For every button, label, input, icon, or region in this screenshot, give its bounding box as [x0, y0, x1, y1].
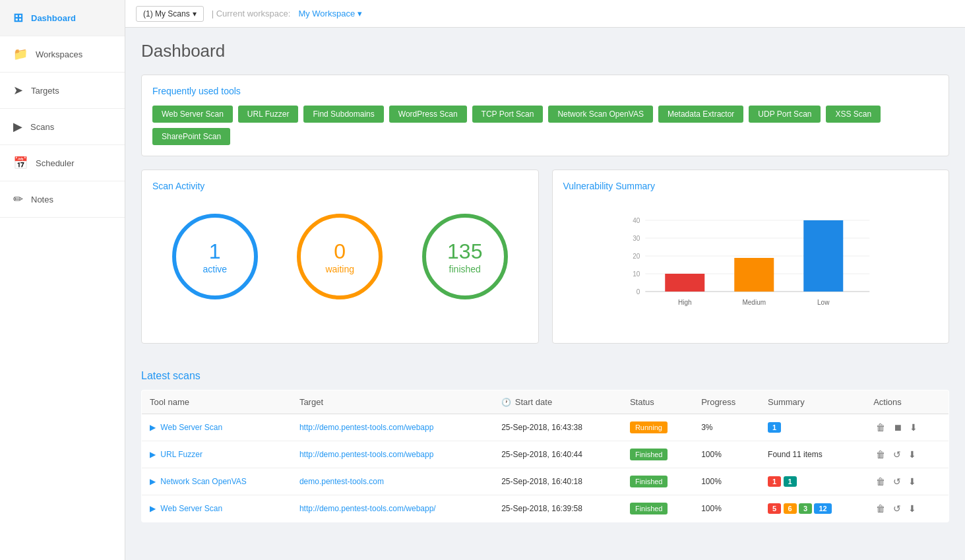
tool-link[interactable]: Web Server Scan: [160, 504, 222, 513]
target-link[interactable]: http://demo.pentest-tools.com/webapp: [299, 450, 433, 459]
tool-button-udp-port-scan[interactable]: UDP Port Scan: [749, 106, 821, 123]
status-cell: Finished: [622, 468, 693, 495]
summary-cell: Found 11 items: [760, 441, 865, 468]
tool-button-find-subdomains[interactable]: Find Subdomains: [303, 106, 383, 123]
topbar-separator: | Current workspace:: [212, 9, 291, 18]
start-date-cell: 25-Sep-2018, 16:40:44: [493, 441, 622, 468]
download-button[interactable]: ⬇: [906, 448, 919, 461]
target-cell: demo.pentest-tools.com: [292, 468, 493, 495]
waiting-count: 0: [334, 239, 346, 264]
dashboard-row: Scan Activity 1 active 0 waiting: [141, 170, 949, 357]
summary-badge: 1: [784, 476, 797, 487]
status-badge: Finished: [630, 503, 668, 514]
svg-text:40: 40: [633, 217, 640, 224]
targets-icon: ➤: [13, 83, 23, 98]
download-button[interactable]: ⬇: [907, 421, 920, 434]
tool-name: ▶ Network Scan OpenVAS: [142, 468, 292, 495]
download-button[interactable]: ⬇: [906, 502, 919, 515]
actions-cell: 🗑 ↺ ⬇: [865, 495, 949, 522]
tool-link[interactable]: Network Scan OpenVAS: [160, 477, 247, 486]
col-date: 🕐 Start date: [493, 390, 622, 414]
main-area: (1) My Scans ▾ | Current workspace: My W…: [125, 0, 965, 560]
progress-cell: 100%: [693, 495, 760, 522]
finished-count: 135: [447, 239, 482, 264]
my-scans-button[interactable]: (1) My Scans ▾: [136, 6, 204, 22]
tool-button-network-scan-openvas[interactable]: Network Scan OpenVAS: [548, 106, 653, 123]
svg-text:Medium: Medium: [742, 299, 766, 306]
table-row: ▶ Web Server Scan http://demo.pentest-to…: [142, 414, 949, 441]
col-actions: Actions: [865, 390, 949, 414]
tool-button-xss-scan[interactable]: XSS Scan: [826, 106, 881, 123]
sidebar-label-notes: Notes: [31, 195, 53, 204]
active-label: active: [202, 264, 227, 274]
status-badge: Finished: [630, 449, 668, 460]
tool-button-tcp-port-scan[interactable]: TCP Port Scan: [472, 106, 544, 123]
tool-button-sharepoint-scan[interactable]: SharePoint Scan: [152, 128, 230, 145]
sidebar-item-scheduler[interactable]: 📅 Scheduler: [0, 145, 125, 181]
play-icon: ▶: [150, 504, 156, 513]
sidebar-item-dashboard[interactable]: ⊞ Dashboard: [0, 0, 125, 36]
summary-cell: 1: [760, 414, 865, 441]
tool-link[interactable]: Web Server Scan: [160, 423, 222, 432]
target-link[interactable]: http://demo.pentest-tools.com/webapp: [299, 423, 433, 432]
delete-button[interactable]: 🗑: [873, 421, 888, 434]
status-badge: Running: [630, 421, 668, 433]
svg-text:0: 0: [636, 288, 640, 296]
sidebar-label-dashboard: Dashboard: [31, 13, 76, 23]
waiting-label: waiting: [325, 264, 354, 274]
play-icon: ▶: [150, 423, 156, 432]
restart-button[interactable]: ↺: [890, 502, 904, 515]
finished-circle: 135 finished: [422, 214, 508, 299]
tool-button-web-server-scan[interactable]: Web Server Scan: [152, 106, 233, 123]
svg-text:Low: Low: [817, 299, 830, 306]
target-link[interactable]: demo.pentest-tools.com: [299, 477, 384, 486]
active-count: 1: [209, 239, 221, 264]
sidebar-label-scheduler: Scheduler: [36, 158, 75, 168]
sidebar-item-notes[interactable]: ✏ Notes: [0, 181, 125, 218]
sidebar-label-workspaces: Workspaces: [36, 49, 82, 59]
tool-name: ▶ URL Fuzzer: [142, 441, 292, 468]
finished-label: finished: [449, 264, 481, 274]
frequently-used-card: Frequently used tools Web Server ScanURL…: [141, 75, 949, 156]
delete-button[interactable]: 🗑: [873, 448, 888, 461]
sidebar-item-targets[interactable]: ➤ Targets: [0, 73, 125, 109]
frequently-used-title: Frequently used tools: [152, 86, 938, 96]
waiting-circle: 0 waiting: [297, 214, 383, 299]
target-link[interactable]: http://demo.pentest-tools.com/webapp/: [299, 504, 436, 513]
topbar: (1) My Scans ▾ | Current workspace: My W…: [125, 0, 965, 28]
tools-grid: Web Server ScanURL FuzzerFind Subdomains…: [152, 106, 938, 145]
restart-button[interactable]: ↺: [890, 475, 904, 488]
restart-button[interactable]: ↺: [890, 448, 904, 461]
tool-link[interactable]: URL Fuzzer: [160, 450, 202, 459]
summary-badge: 5: [768, 503, 781, 514]
col-summary: Summary: [760, 390, 865, 414]
dropdown-icon: ▾: [193, 9, 197, 18]
delete-button[interactable]: 🗑: [873, 502, 888, 515]
sidebar: ⊞ Dashboard 📁 Workspaces ➤ Targets ▶ Sca…: [0, 0, 125, 560]
stop-button[interactable]: ⏹: [890, 421, 905, 434]
progress-cell: 100%: [693, 441, 760, 468]
tool-button-url-fuzzer[interactable]: URL Fuzzer: [238, 106, 299, 123]
tool-button-wordpress-scan[interactable]: WordPress Scan: [389, 106, 467, 123]
table-row: ▶ URL Fuzzer http://demo.pentest-tools.c…: [142, 441, 949, 468]
col-tool: Tool name: [142, 390, 292, 414]
summary-cell: 5 6 3 12: [760, 495, 865, 522]
low-bar: [803, 220, 843, 292]
page-title: Dashboard: [141, 41, 949, 61]
progress-cell: 3%: [693, 414, 760, 441]
svg-text:High: High: [677, 299, 691, 306]
tool-name: ▶ Web Server Scan: [142, 495, 292, 522]
tool-button-metadata-extractor[interactable]: Metadata Extractor: [658, 106, 743, 123]
actions-cell: 🗑 ↺ ⬇: [865, 441, 949, 468]
scans-icon: ▶: [13, 119, 22, 134]
svg-text:20: 20: [633, 253, 640, 260]
workspace-link[interactable]: My Workspace ▾: [298, 9, 361, 18]
medium-bar: [734, 258, 774, 292]
start-date-cell: 25-Sep-2018, 16:43:38: [493, 414, 622, 441]
status-cell: Finished: [622, 495, 693, 522]
scans-table: Tool name Target 🕐 Start date Status Pro…: [141, 390, 949, 522]
sidebar-item-workspaces[interactable]: 📁 Workspaces: [0, 36, 125, 73]
sidebar-item-scans[interactable]: ▶ Scans: [0, 109, 125, 145]
delete-button[interactable]: 🗑: [873, 475, 888, 488]
download-button[interactable]: ⬇: [906, 475, 919, 488]
